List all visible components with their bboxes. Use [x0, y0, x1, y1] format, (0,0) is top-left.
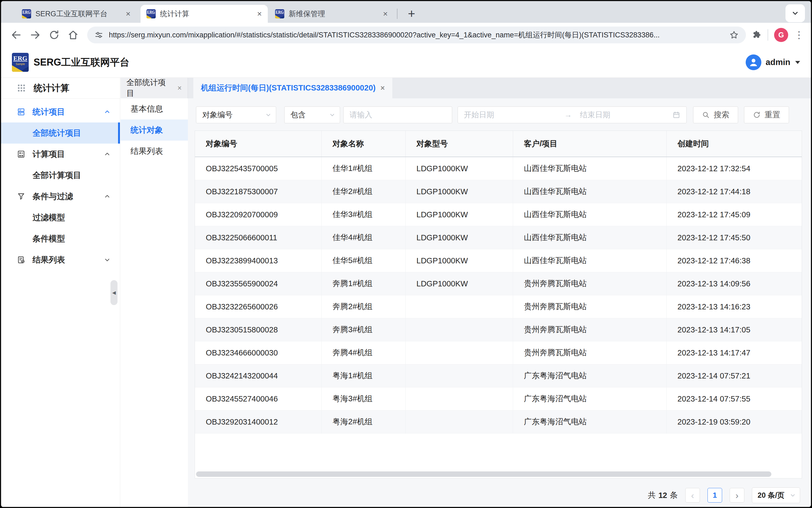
sidebar-item-label: 条件模型 [33, 233, 65, 244]
side-menu-basic-info[interactable]: 基本信息 [121, 98, 188, 120]
forward-button[interactable] [28, 28, 42, 42]
table-cell: 广东粤海沼气电站 [513, 365, 667, 387]
table-cell: OBJ3221875300007 [195, 180, 322, 203]
column-header-created-time: 创建时间 [667, 131, 802, 157]
table-row[interactable]: OBJ3245527400046粤海3#机组广东粤海沼气电站2023-12-14… [195, 387, 802, 411]
browser-menu-icon[interactable]: ⋮ [794, 30, 804, 40]
page-number-button[interactable]: 1 [708, 488, 722, 503]
table-body: OBJ3225435700005佳华1#机组LDGP1000KW山西佳华瓦斯电站… [195, 157, 802, 433]
sidebar-item-filter-model[interactable]: 过滤模型 [1, 207, 120, 228]
horizontal-scrollbar-thumb[interactable] [196, 471, 771, 477]
tab-close-icon[interactable]: × [177, 85, 182, 92]
table-cell: 2023-12-12 17:45:50 [667, 226, 802, 249]
erg-favicon: ERG [22, 9, 31, 18]
sidebar-item-calc-projects[interactable]: 计算项目 [1, 143, 120, 165]
home-button[interactable] [66, 28, 80, 42]
main-content: 对象编号 包含 开始日期 → 结束日期 搜索 重置 [188, 98, 811, 507]
caret-down-icon [795, 61, 800, 64]
table-header-row: 对象编号 对象名称 对象型号 客户/项目 创建时间 [195, 131, 802, 157]
field-select-value: 对象编号 [202, 110, 233, 120]
date-range-picker[interactable]: 开始日期 → 结束日期 [458, 107, 687, 123]
sidebar-item-result-list[interactable]: 结果列表 [1, 249, 120, 270]
operator-select[interactable]: 包含 [284, 107, 340, 123]
side-menu-result-list[interactable]: 结果列表 [121, 141, 188, 162]
workspace-tab-all-projects[interactable]: 全部统计项目 × [121, 78, 188, 98]
table-row[interactable]: OBJ3230515800028奔腾3#机组贵州奔腾瓦斯电站2023-12-13… [195, 319, 802, 341]
document-check-icon [17, 255, 26, 264]
table-cell: 2023-12-13 14:17:47 [667, 341, 802, 364]
table-cell: 奔腾4#机组 [322, 341, 405, 364]
prev-page-button[interactable]: ‹ [685, 488, 700, 503]
chevron-up-icon[interactable] [104, 193, 111, 200]
user-avatar [746, 54, 761, 70]
table-row[interactable]: OBJ3235565900024奔腾1#机组LDGP1000KW贵州奔腾瓦斯电站… [195, 272, 802, 295]
table-row[interactable]: OBJ3234666000030奔腾4#机组贵州奔腾瓦斯电站2023-12-13… [195, 341, 802, 365]
browser-tab-title: 统计计算 [160, 9, 253, 19]
address-bar[interactable]: https://serg.mixyun.com/mixapplication/#… [87, 27, 746, 43]
sidebar: 统计计算 统计项目 全部统计项目 计算项目 [1, 78, 120, 507]
tab-close-icon[interactable]: × [383, 10, 388, 18]
extensions-icon[interactable] [752, 30, 762, 40]
table-row[interactable]: OBJ3225066600011佳华4#机组LDGP1000KW山西佳华瓦斯电站… [195, 226, 802, 249]
next-page-button[interactable]: › [730, 488, 744, 503]
table-cell: 2023-12-12 17:44:18 [667, 180, 802, 203]
tab-close-icon[interactable]: × [126, 10, 131, 18]
bookmark-star-icon[interactable] [729, 30, 739, 40]
table-row[interactable]: OBJ3221875300007佳华2#机组LDGP1000KW山西佳华瓦斯电站… [195, 180, 802, 203]
field-select[interactable]: 对象编号 [196, 107, 276, 123]
chevron-up-icon[interactable] [104, 151, 111, 158]
table-cell: 2023-12-14 07:57:21 [667, 365, 802, 387]
browser-tab-title: SERG工业互联网平台 [36, 9, 122, 19]
sidebar-item-conditions-filters[interactable]: 条件与过滤 [1, 186, 120, 207]
new-tab-button[interactable]: + [403, 5, 420, 22]
column-header-object-model: 对象型号 [405, 131, 513, 157]
search-button[interactable]: 搜索 [693, 107, 738, 123]
sidebar-item-condition-model[interactable]: 条件模型 [1, 228, 120, 249]
table-cell [405, 387, 513, 410]
side-menu-statistics-object[interactable]: 统计对象 [121, 120, 188, 141]
workspace-tab-unit-runtime[interactable]: 机组运行时间(每日)(STATISTICS3283386900020) × [193, 78, 392, 98]
table-cell: 粤海3#机组 [322, 387, 405, 410]
tab-close-icon[interactable]: × [380, 85, 385, 92]
app-header: ERG Sample SERG工业互联网平台 admin [1, 47, 811, 78]
table-row[interactable]: OBJ3225435700005佳华1#机组LDGP1000KW山西佳华瓦斯电站… [195, 157, 802, 180]
table-row[interactable]: OBJ3242143200044粤海1#机组广东粤海沼气电站2023-12-14… [195, 365, 802, 387]
total-count: 12 [659, 491, 667, 500]
reset-button[interactable]: 重置 [744, 107, 789, 123]
table-cell: 2023-12-12 17:46:38 [667, 249, 802, 272]
end-date-placeholder: 结束日期 [580, 110, 672, 120]
back-arrow-icon [10, 29, 22, 41]
table-row[interactable]: OBJ3223899400013佳华5#机组LDGP1000KW山西佳华瓦斯电站… [195, 249, 802, 272]
browser-tab-serg[interactable]: ERG SERG工业互联网平台 × [16, 5, 137, 23]
reload-button[interactable] [47, 28, 61, 42]
tab-close-icon[interactable]: × [257, 10, 262, 18]
browser-tab-strip: ERG SERG工业互联网平台 × ERG 统计计算 × ERG 新维保管理 ×… [1, 1, 811, 23]
sidebar-item-label: 全部统计项目 [33, 128, 81, 139]
profile-avatar[interactable]: G [774, 28, 788, 42]
table-cell: 奔腾1#机组 [322, 272, 405, 295]
browser-tab-stats[interactable]: ERG 统计计算 × [141, 5, 268, 23]
chevron-up-icon[interactable] [104, 109, 111, 116]
tab-search-button[interactable] [785, 4, 805, 22]
table-row[interactable]: OBJ3292031400012粤海2#机组广东粤海沼气电站2023-12-19… [195, 411, 802, 433]
chevron-down-icon[interactable] [104, 256, 111, 263]
page-size-select[interactable]: 20 条/页 [752, 488, 800, 503]
sidebar-item-all-statistics-projects[interactable]: 全部统计项目 [1, 122, 120, 143]
column-header-object-name: 对象名称 [322, 131, 405, 157]
browser-toolbar: https://serg.mixyun.com/mixapplication/#… [1, 23, 811, 47]
sidebar-item-statistics-projects[interactable]: 统计项目 [1, 101, 120, 122]
table-cell [405, 319, 513, 341]
sidebar-module-header[interactable]: 统计计算 [1, 78, 120, 99]
table-row[interactable]: OBJ3220920700009佳华3#机组LDGP1000KW山西佳华瓦斯电站… [195, 203, 802, 226]
calendar-icon [672, 111, 680, 119]
start-date-placeholder: 开始日期 [464, 110, 556, 120]
toolbar-right: G ⋮ [752, 28, 804, 42]
keyword-input[interactable] [344, 111, 452, 119]
sidebar-item-all-calc-projects[interactable]: 全部计算项目 [1, 165, 120, 186]
browser-tab-maintenance[interactable]: ERG 新维保管理 × [269, 5, 394, 23]
user-menu[interactable]: admin [746, 54, 800, 70]
back-button[interactable] [9, 28, 23, 42]
table-cell: LDGP1000KW [405, 157, 513, 180]
table-row[interactable]: OBJ3232265600026奔腾2#机组贵州奔腾瓦斯电站2023-12-13… [195, 295, 802, 319]
sidebar-collapse-handle[interactable]: ◀ [110, 280, 117, 305]
